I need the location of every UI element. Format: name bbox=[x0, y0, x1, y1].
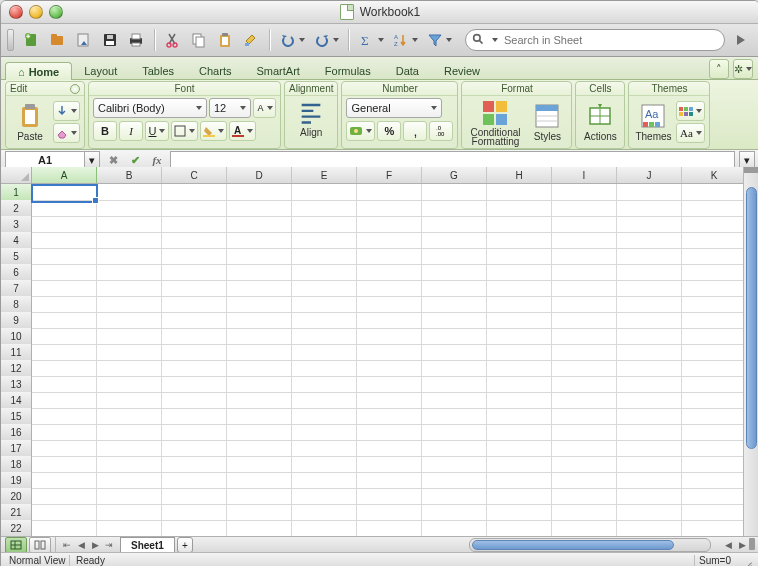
row-header[interactable]: 8 bbox=[1, 296, 32, 313]
cell[interactable] bbox=[552, 328, 617, 345]
cell[interactable] bbox=[162, 184, 227, 201]
cell[interactable] bbox=[422, 248, 487, 265]
row-header[interactable]: 11 bbox=[1, 344, 32, 361]
cell[interactable] bbox=[682, 216, 747, 233]
cell[interactable] bbox=[97, 440, 162, 457]
cell[interactable] bbox=[357, 328, 422, 345]
cell[interactable] bbox=[357, 344, 422, 361]
cell[interactable] bbox=[487, 456, 552, 473]
cell[interactable] bbox=[487, 344, 552, 361]
cell[interactable] bbox=[97, 360, 162, 377]
ribbon-tab-smartart[interactable]: SmartArt bbox=[243, 61, 312, 79]
cell[interactable] bbox=[292, 184, 357, 201]
cell[interactable] bbox=[682, 488, 747, 505]
cell[interactable] bbox=[682, 248, 747, 265]
cell[interactable] bbox=[227, 296, 292, 313]
cell[interactable] bbox=[292, 392, 357, 409]
cell[interactable] bbox=[357, 360, 422, 377]
cell[interactable] bbox=[292, 360, 357, 377]
cell[interactable] bbox=[682, 472, 747, 489]
cell[interactable] bbox=[97, 248, 162, 265]
cell[interactable] bbox=[97, 184, 162, 201]
row-header[interactable]: 15 bbox=[1, 408, 32, 425]
theme-colors-button[interactable] bbox=[676, 101, 705, 121]
cell[interactable] bbox=[487, 232, 552, 249]
cell[interactable] bbox=[357, 200, 422, 217]
cell[interactable] bbox=[552, 216, 617, 233]
cell[interactable] bbox=[32, 424, 97, 441]
cell[interactable] bbox=[487, 440, 552, 457]
cell[interactable] bbox=[422, 232, 487, 249]
cell[interactable] bbox=[617, 392, 682, 409]
cell[interactable] bbox=[227, 440, 292, 457]
cell[interactable] bbox=[552, 248, 617, 265]
cell[interactable] bbox=[617, 264, 682, 281]
cell[interactable] bbox=[552, 344, 617, 361]
cell[interactable] bbox=[552, 376, 617, 393]
window-zoom-button[interactable] bbox=[49, 5, 63, 19]
cell[interactable] bbox=[682, 360, 747, 377]
cell[interactable] bbox=[227, 344, 292, 361]
cell[interactable] bbox=[422, 440, 487, 457]
bold-button[interactable]: B bbox=[93, 121, 117, 141]
cell[interactable] bbox=[162, 472, 227, 489]
cell[interactable] bbox=[97, 392, 162, 409]
add-sheet-button[interactable]: + bbox=[177, 537, 193, 553]
cell[interactable] bbox=[682, 296, 747, 313]
confirm-entry-button[interactable]: ✔ bbox=[126, 152, 144, 168]
cell[interactable] bbox=[32, 200, 97, 217]
cell[interactable] bbox=[617, 360, 682, 377]
cell[interactable] bbox=[422, 184, 487, 201]
cell[interactable] bbox=[292, 216, 357, 233]
cell[interactable] bbox=[162, 200, 227, 217]
cell[interactable] bbox=[487, 280, 552, 297]
ribbon-options-button[interactable]: ✲ bbox=[733, 59, 753, 79]
cell[interactable] bbox=[487, 312, 552, 329]
cell[interactable] bbox=[617, 488, 682, 505]
cell[interactable] bbox=[292, 440, 357, 457]
cell[interactable] bbox=[682, 408, 747, 425]
cell[interactable] bbox=[552, 456, 617, 473]
format-painter-button[interactable] bbox=[239, 28, 263, 52]
themes-button[interactable]: Aa Themes bbox=[633, 102, 673, 142]
undo-button[interactable] bbox=[276, 28, 308, 52]
cell[interactable] bbox=[487, 504, 552, 521]
cell[interactable] bbox=[292, 296, 357, 313]
cell[interactable] bbox=[682, 200, 747, 217]
row-header[interactable]: 6 bbox=[1, 264, 32, 281]
sheet-nav-prev[interactable]: ◀ bbox=[74, 538, 88, 552]
cell[interactable] bbox=[552, 280, 617, 297]
cell[interactable] bbox=[422, 216, 487, 233]
cell[interactable] bbox=[227, 504, 292, 521]
cell[interactable] bbox=[357, 216, 422, 233]
cell[interactable] bbox=[292, 472, 357, 489]
cell[interactable] bbox=[357, 264, 422, 281]
cell[interactable] bbox=[422, 392, 487, 409]
cell[interactable] bbox=[227, 392, 292, 409]
cell[interactable] bbox=[617, 248, 682, 265]
decimal-buttons[interactable]: .0.00 bbox=[429, 121, 453, 141]
insert-function-button[interactable]: fx bbox=[148, 152, 166, 168]
cell[interactable] bbox=[227, 360, 292, 377]
cell[interactable] bbox=[292, 280, 357, 297]
cell[interactable] bbox=[422, 360, 487, 377]
clear-button[interactable] bbox=[53, 123, 80, 143]
cell[interactable] bbox=[422, 200, 487, 217]
currency-button[interactable] bbox=[346, 121, 375, 141]
cell[interactable] bbox=[227, 216, 292, 233]
cell[interactable] bbox=[422, 328, 487, 345]
cell[interactable] bbox=[227, 328, 292, 345]
row-header[interactable]: 17 bbox=[1, 440, 32, 457]
cell[interactable] bbox=[617, 328, 682, 345]
cell[interactable] bbox=[97, 232, 162, 249]
cell[interactable] bbox=[32, 520, 97, 537]
cell[interactable] bbox=[97, 296, 162, 313]
new-workbook-button[interactable]: ✚ bbox=[20, 28, 44, 52]
column-header[interactable]: B bbox=[97, 167, 162, 183]
row-header[interactable]: 3 bbox=[1, 216, 32, 233]
cell[interactable] bbox=[617, 520, 682, 537]
hsplit-handle[interactable] bbox=[749, 538, 755, 550]
cell[interactable] bbox=[227, 408, 292, 425]
cell[interactable] bbox=[227, 488, 292, 505]
ribbon-collapse-button[interactable]: ˄ bbox=[709, 59, 729, 79]
